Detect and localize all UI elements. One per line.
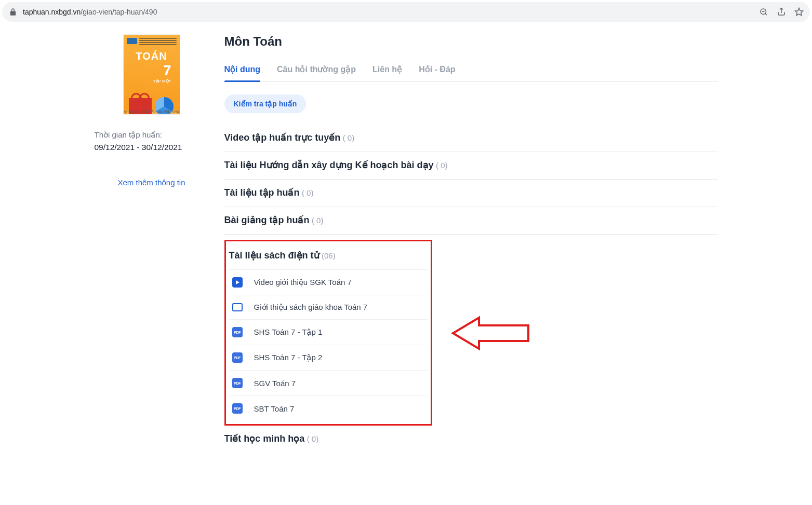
section-title: Tài liệu sách điện tử [229,250,320,261]
svg-marker-3 [795,8,803,16]
book-cover: TOÁN 7 TẬP MỘT NHÀ XUẤT BẢN GIÁO DỤC VIỆ… [123,34,180,115]
svg-line-2 [765,13,767,15]
annotation-arrow-icon [448,315,531,353]
tabs: Nội dung Câu hỏi thường gặp Liên hệ Hỏi … [224,59,718,82]
ebook-item[interactable]: PDF SGV Toán 7 [229,370,428,395]
book-cover-publisher: NHÀ XUẤT BẢN GIÁO DỤC VIỆT NAM [124,110,180,113]
pdf-icon: PDF [232,403,243,414]
tab-faq[interactable]: Câu hỏi thường gặp [277,59,356,81]
section-ebooks-highlighted: Tài liệu sách điện tử (06) Video giới th… [224,240,432,426]
ebook-item-label: SHS Toán 7 - Tập 2 [254,353,323,362]
pdf-icon: PDF [232,352,243,363]
browser-url-bar: taphuan.nxbgd.vn/giao-vien/tap-huan/490 [2,2,810,22]
exam-button[interactable]: Kiểm tra tập huấn [224,94,307,113]
zoom-out-icon[interactable] [759,7,768,17]
main-content: Môn Toán Nội dung Câu hỏi thường gặp Liê… [224,34,718,453]
section-title: Tiết học minh họa [224,433,305,444]
training-dates: 09/12/2021 - 30/12/2021 [95,143,209,152]
tab-content[interactable]: Nội dung [224,59,261,81]
section-materials[interactable]: Tài liệu tập huấn ( 0) [224,180,718,207]
video-icon [232,277,243,288]
section-sample-lesson[interactable]: Tiết học minh họa ( 0) [224,426,718,453]
ebook-item-label: SGV Toán 7 [254,379,296,388]
section-count: ( 0) [312,216,324,225]
ebook-item[interactable]: PDF SHS Toán 7 - Tập 2 [229,345,428,370]
book-cover-title: TOÁN [127,50,177,62]
section-video-online[interactable]: Video tập huấn trực tuyến ( 0) [224,125,718,152]
pdf-icon: PDF [232,327,243,337]
section-count: ( 0) [436,161,448,170]
slide-icon [232,303,243,311]
section-count: ( 0) [302,188,314,197]
publisher-logo-icon [127,38,137,44]
ebook-item-label: SHS Toán 7 - Tập 1 [254,327,323,337]
ebook-item-label: Video giới thiệu SGK Toán 7 [254,278,352,287]
sidebar: TOÁN 7 TẬP MỘT NHÀ XUẤT BẢN GIÁO DỤC VIỆ… [95,34,209,453]
section-count: ( 0) [343,133,355,142]
section-title: Tài liệu tập huấn [224,187,300,198]
more-info-link[interactable]: Xem thêm thông tin [117,178,185,187]
book-cover-grade: 7 [127,62,177,79]
pdf-icon: PDF [232,378,243,388]
ebook-item[interactable]: Giới thiệu sách giáo khoa Toán 7 [229,295,428,319]
book-cover-volume: TẬP MỘT [127,79,177,84]
ebook-item-label: Giới thiệu sách giáo khoa Toán 7 [254,303,368,312]
tab-contact[interactable]: Liên hệ [372,59,402,81]
url-text[interactable]: taphuan.nxbgd.vn/giao-vien/tap-huan/490 [23,8,157,16]
ebook-item[interactable]: Video giới thiệu SGK Toán 7 [229,269,428,295]
section-count: (06) [322,251,336,260]
section-title: Bài giảng tập huấn [224,215,310,225]
section-lectures[interactable]: Bài giảng tập huấn ( 0) [224,207,718,235]
tab-qa[interactable]: Hỏi - Đáp [419,59,455,81]
section-guide[interactable]: Tài liệu Hướng dẫn xây dựng Kế hoạch bài… [224,152,718,180]
section-count: ( 0) [307,434,319,443]
star-icon[interactable] [794,7,804,17]
section-title: Tài liệu Hướng dẫn xây dựng Kế hoạch bài… [224,160,434,170]
share-icon[interactable] [777,7,786,17]
page-title: Môn Toán [224,34,718,49]
ebook-item-label: SBT Toán 7 [254,404,295,413]
section-title: Video tập huấn trực tuyến [224,132,341,143]
training-time-label: Thời gian tập huấn: [95,130,209,140]
ebook-item[interactable]: PDF SHS Toán 7 - Tập 1 [229,319,428,345]
ebook-item[interactable]: PDF SBT Toán 7 [229,395,428,421]
lock-icon [8,7,18,17]
